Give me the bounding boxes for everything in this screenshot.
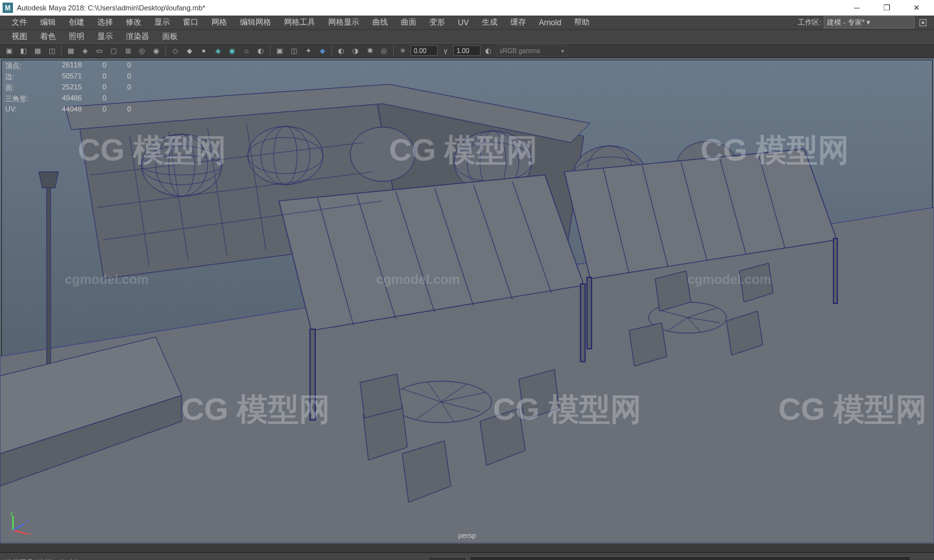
workspace-settings-icon[interactable] [917, 17, 929, 29]
panel-menu-show[interactable]: 显示 [91, 31, 119, 42]
tool-motion-blur-icon[interactable]: ◑ [349, 44, 362, 57]
tool-image-plane-icon[interactable]: ▦ [31, 44, 44, 57]
svg-rect-41 [833, 239, 837, 303]
viewport-toolbar: ▣ ◧ ▦ ◫ ▦ ◈ ▭ ▢ ⊞ ◎ ◉ ◇ ◆ ● ◈ ◉ ☼ ◐ ▣ ◫ … [0, 43, 934, 58]
tool-resolution-gate-icon[interactable]: ▭ [93, 44, 106, 57]
main-menubar: 文件 编辑 创建 选择 修改 显示 窗口 网格 编辑网格 网格工具 网格显示 曲… [0, 16, 934, 30]
svg-rect-38 [310, 329, 315, 420]
menu-curves[interactable]: 曲线 [366, 17, 394, 28]
menu-generate[interactable]: 生成 [475, 17, 504, 28]
tool-use-default-material-icon[interactable]: ● [197, 44, 210, 57]
menu-deform[interactable]: 变形 [423, 17, 451, 28]
tool-gate-mask-icon[interactable]: ▢ [107, 44, 120, 57]
menu-create[interactable]: 创建 [62, 17, 91, 28]
menu-mesh[interactable]: 网格 [205, 17, 234, 28]
tool-exposure-icon[interactable]: ☀ [396, 44, 409, 57]
tool-shadows-icon[interactable]: ◐ [254, 44, 267, 57]
svg-text:y: y [10, 510, 13, 516]
menu-arnold[interactable]: Arnold [533, 18, 568, 27]
menu-file[interactable]: 文件 [5, 17, 34, 28]
svg-rect-1 [922, 21, 924, 24]
panel-menu-view[interactable]: 视图 [5, 31, 34, 42]
svg-point-8 [248, 126, 323, 185]
tool-screen-space-ao-icon[interactable]: ◐ [335, 44, 348, 57]
axis-gizmo-icon: y x z [8, 509, 34, 535]
svg-marker-66 [39, 172, 58, 188]
svg-text:z: z [26, 518, 29, 524]
menu-mesh-display[interactable]: 网格显示 [322, 17, 366, 28]
script-editor-icon[interactable]: ▤ [916, 556, 929, 560]
tool-safe-title-icon[interactable]: ◉ [150, 44, 163, 57]
window-title: Autodesk Maya 2018: C:\Users\admin\Deskt… [17, 4, 842, 12]
workspace-dropdown[interactable]: 建模 - 专家* ▾ [824, 16, 915, 29]
svg-rect-39 [581, 284, 585, 362]
tool-wireframe-icon[interactable]: ◇ [169, 44, 182, 57]
script-language-toggle[interactable]: MEL [428, 557, 467, 560]
menu-display[interactable]: 显示 [148, 17, 176, 28]
command-line-input[interactable] [470, 556, 911, 560]
tool-view-transform-icon[interactable]: ◐ [482, 44, 495, 57]
tool-textured-icon[interactable]: ◉ [226, 44, 239, 57]
workspace-label: 工作区: [798, 18, 821, 27]
tool-xray-joints-icon[interactable]: ✦ [302, 44, 315, 57]
menu-help[interactable]: 帮助 [568, 17, 596, 28]
menu-edit-mesh[interactable]: 编辑网格 [234, 17, 278, 28]
svg-rect-65 [47, 181, 51, 376]
minimize-button[interactable]: ─ [842, 0, 872, 16]
titlebar: M Autodesk Maya 2018: C:\Users\admin\Des… [0, 0, 934, 16]
3d-scene [0, 58, 934, 543]
colorspace-dropdown[interactable]: sRGB gamma▾ [496, 45, 568, 56]
tool-xray-icon[interactable]: ◫ [287, 44, 300, 57]
panel-menu-lighting[interactable]: 照明 [62, 31, 91, 42]
menu-edit[interactable]: 编辑 [34, 17, 62, 28]
tool-safe-action-icon[interactable]: ◎ [136, 44, 149, 57]
svg-rect-40 [587, 277, 592, 349]
poly-count-hud: 顶点:2611800 边:5057100 面:2521500 三角形:49486… [5, 61, 131, 114]
tool-multisample-icon[interactable]: ✱ [363, 44, 376, 57]
svg-line-77 [13, 530, 27, 534]
tool-grid-icon[interactable]: ▦ [64, 44, 77, 57]
window-controls: ─ ❐ ✕ [842, 0, 931, 16]
tool-field-chart-icon[interactable]: ⊞ [121, 44, 134, 57]
statusbar: 选择工具: 选择一个对象 MEL ▤ [0, 543, 934, 560]
gamma-input[interactable] [453, 45, 481, 56]
viewport[interactable]: 顶点:2611800 边:5057100 面:2521500 三角形:49486… [0, 58, 934, 543]
camera-label: persp [458, 531, 476, 539]
menu-mesh-tools[interactable]: 网格工具 [278, 17, 322, 28]
svg-text:x: x [29, 531, 31, 535]
menu-window[interactable]: 窗口 [176, 17, 205, 28]
exposure-input[interactable] [411, 45, 438, 56]
panel-menu-shading[interactable]: 着色 [34, 31, 62, 42]
maximize-button[interactable]: ❐ [872, 0, 902, 16]
tool-wireframe-shaded-icon[interactable]: ◈ [211, 44, 224, 57]
menu-select[interactable]: 选择 [91, 17, 119, 28]
tool-use-lights-icon[interactable]: ☼ [240, 44, 253, 57]
tool-film-gate-icon[interactable]: ◈ [78, 44, 91, 57]
tool-depth-of-field-icon[interactable]: ◎ [377, 44, 390, 57]
close-button[interactable]: ✕ [902, 0, 931, 16]
menu-cache[interactable]: 缓存 [504, 17, 533, 28]
svg-line-78 [13, 524, 25, 530]
svg-point-7 [141, 134, 222, 196]
menu-surfaces[interactable]: 曲面 [394, 17, 423, 28]
menu-modify[interactable]: 修改 [119, 17, 148, 28]
tool-select-camera-icon[interactable]: ▣ [3, 44, 16, 57]
menu-uv[interactable]: UV [451, 18, 475, 27]
tool-2d-icon[interactable]: ◫ [45, 44, 58, 57]
app-icon: M [3, 3, 13, 13]
tool-gamma-icon[interactable]: γ [439, 44, 452, 57]
panel-menu-renderer[interactable]: 渲染器 [119, 31, 156, 42]
tool-xray-components-icon[interactable]: ◆ [316, 44, 329, 57]
tool-smooth-shade-icon[interactable]: ◆ [183, 44, 196, 57]
panel-menubar: 视图 着色 照明 显示 渲染器 面板 [0, 30, 934, 43]
panel-menu-panels[interactable]: 面板 [156, 31, 184, 42]
tool-bookmark-icon[interactable]: ◧ [17, 44, 30, 57]
tool-isolate-select-icon[interactable]: ▣ [273, 44, 286, 57]
